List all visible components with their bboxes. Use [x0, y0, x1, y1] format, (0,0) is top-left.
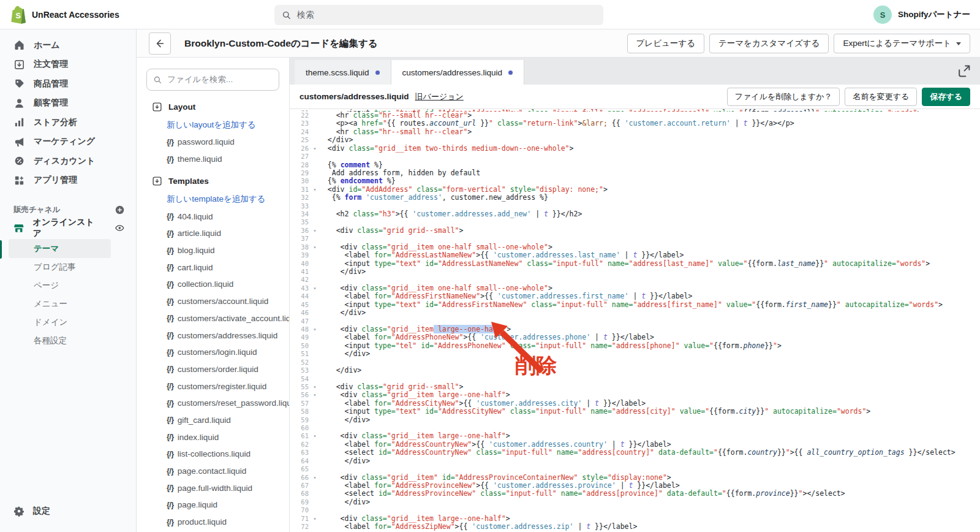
line-number: 58: [290, 408, 311, 416]
file-item[interactable]: {/}list-collections.liquid: [137, 446, 289, 463]
fold-arrow-icon[interactable]: ▾: [311, 243, 319, 251]
code-line: 61▾ <div class="grid__item large--one-ha…: [290, 432, 980, 440]
rename-file-button[interactable]: 名前を変更する: [845, 88, 917, 106]
folder-templates[interactable]: Templates: [137, 171, 289, 191]
file-item[interactable]: {/}customers/activate_account.liq: [137, 310, 289, 327]
add-channel-icon[interactable]: [115, 205, 125, 215]
file-item[interactable]: {/}theme.liquid: [137, 151, 289, 168]
add-layout-link[interactable]: 新しいlayoutを追加する: [137, 116, 289, 134]
page-header: Brooklyn-Custom-Codeのコードを編集する プレビューする テー…: [137, 29, 980, 58]
file-item[interactable]: {/}page.liquid: [137, 496, 289, 514]
tab-theme-scss[interactable]: theme.scss.liquid: [295, 60, 391, 85]
sidebar-item-blog-posts[interactable]: ブログ記事: [0, 258, 136, 276]
old-version-link[interactable]: 旧バージョン: [415, 91, 464, 102]
code-line: 67 <label for="AddressProvinceNew">{{ 'c…: [290, 482, 980, 490]
expand-editor-icon[interactable]: [957, 64, 971, 78]
fold-arrow-icon[interactable]: ▾: [311, 325, 319, 333]
file-item[interactable]: {/}cart.liquid: [137, 259, 289, 276]
save-button[interactable]: 保存する: [922, 88, 970, 106]
code-pane[interactable]: 21 <input type="text" id="AddressAddress…: [290, 109, 980, 532]
file-item[interactable]: {/}page.full-width.liquid: [137, 479, 289, 496]
file-name: theme.liquid: [178, 154, 222, 164]
add-template-link[interactable]: 新しいtemplateを追加する: [137, 191, 289, 208]
code-line: 23 <p><a href="{{ routes.account_url }}"…: [290, 120, 980, 127]
fold-arrow-icon[interactable]: ▾: [311, 474, 319, 482]
global-search-input[interactable]: 検索: [274, 5, 603, 25]
file-item[interactable]: {/}404.liquid: [137, 208, 289, 225]
file-item[interactable]: {/}customers/order.liquid: [137, 361, 289, 378]
line-number: 23: [290, 120, 311, 127]
file-item[interactable]: {/}customers/reset_password.liqu: [137, 395, 289, 412]
preview-button[interactable]: プレビューする: [627, 34, 704, 53]
sidebar-item-analytics[interactable]: ストア分析: [0, 113, 136, 132]
sidebar-item-pages[interactable]: ページ: [0, 276, 136, 295]
tab-customers-addresses[interactable]: customers/addresses.liquid: [391, 60, 525, 85]
delete-file-button[interactable]: ファイルを削除しますか？: [727, 88, 840, 106]
customize-theme-button[interactable]: テーマをカスタマイズする: [709, 34, 829, 53]
fold-arrow-icon[interactable]: ▾: [311, 383, 319, 391]
file-item[interactable]: {/}collection.liquid: [137, 276, 289, 293]
line-number: 41: [290, 268, 311, 276]
fold-arrow-icon[interactable]: ▾: [311, 227, 319, 235]
apps-icon: [13, 175, 25, 186]
code-line: 70: [290, 506, 980, 514]
sidebar-item-apps[interactable]: アプリ管理: [0, 171, 136, 191]
account-menu[interactable]: S Shopifyパートナー: [873, 0, 970, 29]
eye-icon[interactable]: [115, 222, 125, 234]
file-item[interactable]: {/}customers/account.liquid: [137, 293, 289, 310]
sidebar-item-discounts[interactable]: ディスカウント: [0, 151, 136, 171]
line-number: 70: [290, 506, 311, 514]
code-line: 30 {% endcomment %}: [290, 177, 980, 185]
sidebar-item-domains[interactable]: ドメイン: [0, 313, 136, 332]
page-title: Brooklyn-Custom-Codeのコードを編集する: [184, 29, 378, 58]
file-item[interactable]: {/}page.contact.liquid: [137, 463, 289, 480]
sidebar-item-customers[interactable]: 顧客管理: [0, 94, 136, 113]
fold-spacer: [311, 235, 319, 243]
sidebar-item-themes[interactable]: テーマ: [9, 239, 111, 258]
code-line: 64 </div>: [290, 457, 980, 465]
file-item[interactable]: {/}customers/addresses.liquid: [137, 327, 289, 344]
code-line: 56▾ <div class="grid__item large--one-ha…: [290, 391, 980, 399]
file-name: customers/account.liquid: [178, 297, 269, 306]
file-item[interactable]: {/}customers/login.liquid: [137, 344, 289, 361]
line-number: 57: [290, 400, 311, 408]
line-number: 35: [290, 218, 311, 226]
fold-spacer: [311, 416, 319, 424]
fold-arrow-icon[interactable]: ▾: [311, 432, 319, 440]
liquid-file-icon: {/}: [167, 518, 174, 526]
file-item[interactable]: {/}index.liquid: [137, 428, 289, 446]
fold-arrow-icon[interactable]: ▾: [311, 186, 319, 194]
sidebar-item-preferences[interactable]: 各種設定: [0, 332, 136, 350]
fold-arrow-icon[interactable]: ▾: [311, 145, 319, 153]
file-item[interactable]: {/}password.liquid: [137, 134, 289, 151]
fold-arrow-icon[interactable]: ▾: [311, 515, 319, 523]
sidebar-item-products[interactable]: 商品管理: [0, 74, 136, 94]
fold-arrow-icon[interactable]: ▾: [311, 284, 319, 292]
back-button[interactable]: [149, 32, 171, 55]
line-number: 38: [290, 243, 311, 251]
sidebar-item-home[interactable]: ホーム: [0, 36, 136, 55]
folder-collapse-icon: [152, 176, 162, 186]
sidebar-item-settings[interactable]: 設定: [0, 501, 136, 521]
file-item[interactable]: {/}blog.liquid: [137, 242, 289, 259]
code-line: 49 <label for="AddressPhoneNew">{{ 'cust…: [290, 333, 980, 341]
sidebar-item-online-store[interactable]: オンラインストア: [0, 218, 136, 238]
sidebar-item-orders[interactable]: 注文管理: [0, 55, 136, 75]
file-item[interactable]: {/}gift_card.liquid: [137, 412, 289, 429]
fold-arrow-icon[interactable]: ▾: [311, 391, 319, 399]
line-number: 52: [290, 359, 311, 367]
code-line: 45 <input type="text" id="AddressFirstNa…: [290, 301, 980, 309]
file-item[interactable]: {/}product.liquid: [137, 514, 289, 531]
fold-spacer: [311, 408, 319, 416]
unsaved-dot: [375, 70, 380, 75]
sidebar-item-navigation[interactable]: メニュー: [0, 295, 136, 313]
line-number: 48: [290, 325, 311, 333]
folder-layout[interactable]: Layout: [137, 97, 289, 116]
expert-support-button[interactable]: Expertによるテーマサポート: [834, 34, 970, 53]
file-item[interactable]: {/}article.liquid: [137, 225, 289, 242]
file-item[interactable]: {/}customers/register.liquid: [137, 378, 289, 395]
code-line: 46 </div>: [290, 309, 980, 317]
file-search-input[interactable]: ファイルを検索...: [146, 69, 279, 91]
unsaved-dot: [508, 70, 513, 75]
sidebar-item-marketing[interactable]: マーケティング: [0, 132, 136, 152]
